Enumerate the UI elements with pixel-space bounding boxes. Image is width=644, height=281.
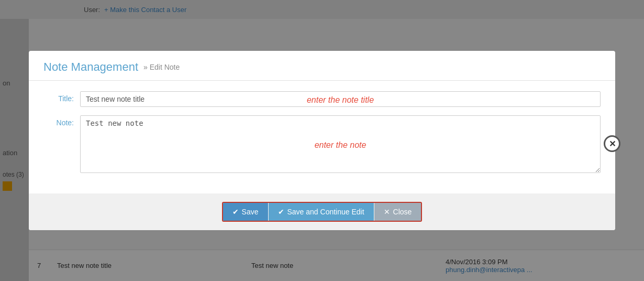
modal-footer: ✔ Save ✔ Save and Continue Edit ✕ Close [29,193,615,230]
title-field-wrapper: enter the note title [80,91,601,107]
save-check-icon: ✔ [232,208,239,216]
close-x-icon: ✕ [384,208,390,216]
save-continue-check-icon: ✔ [278,208,284,216]
save-continue-button[interactable]: ✔ Save and Continue Edit [269,203,374,221]
save-continue-label: Save and Continue Edit [287,208,364,216]
note-label: Note: [43,115,80,127]
note-textarea[interactable]: Test new note [80,115,601,173]
title-input[interactable] [80,91,601,107]
save-label: Save [242,208,259,216]
save-button[interactable]: ✔ Save [223,203,268,221]
modal-title: Note Management [43,60,138,74]
modal-header: Note Management » Edit Note [29,51,615,81]
title-label: Title: [43,91,80,103]
modal: Note Management » Edit Note Title: enter… [29,51,615,230]
modal-close-x-icon: ✕ [609,139,616,149]
modal-close-x-button[interactable]: ✕ [604,135,620,152]
modal-breadcrumb: » Edit Note [143,63,180,71]
title-row: Title: enter the note title [43,91,601,107]
modal-body: Title: enter the note title Note: Test n… [29,81,615,193]
close-button[interactable]: ✕ Close [374,203,421,221]
button-group: ✔ Save ✔ Save and Continue Edit ✕ Close [222,202,423,222]
note-row: Note: Test new note enter the note [43,115,601,175]
note-field-wrapper: Test new note enter the note [80,115,601,175]
close-label: Close [393,208,412,216]
